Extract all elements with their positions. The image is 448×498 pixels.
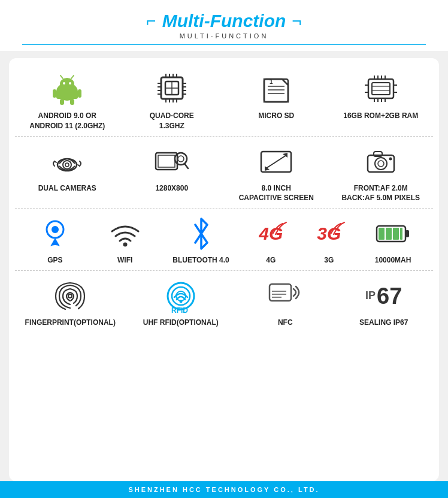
svg-rect-74 (405, 230, 409, 237)
svg-rect-1 (56, 90, 78, 99)
screen-icon (259, 144, 293, 180)
feature-ip67: IP 67 SEALING IP67 (342, 278, 426, 328)
microsd-label: MICRO SD (258, 111, 294, 121)
rfid-label: UHF RFID(OPTIONAL) (143, 318, 219, 328)
bluetooth-label: BLUETOOTH 4.0 (172, 255, 229, 265)
footer-text: SHENZHEN HCC TECHNOLOGY CO., LTD. (128, 486, 319, 493)
microsd-icon: 1 (262, 71, 290, 107)
svg-line-5 (60, 76, 63, 79)
page-title: Multi-Function (162, 11, 286, 31)
svg-rect-57 (158, 155, 175, 167)
svg-rect-10 (70, 99, 74, 105)
header-line (22, 44, 425, 45)
section-row-2: DUAL CAMERAS 1280X800 (15, 137, 433, 209)
svg-marker-32 (264, 79, 288, 102)
4g-label: 4G (266, 255, 276, 265)
feature-screen: 8.0 INCHCAPACITIVE SCREEN (228, 144, 324, 204)
svg-rect-7 (53, 89, 56, 98)
svg-rect-75 (379, 228, 385, 240)
svg-text:1: 1 (270, 79, 273, 85)
svg-line-60 (184, 164, 188, 168)
gps-label: GPS (47, 255, 62, 265)
svg-rect-77 (393, 228, 399, 240)
feature-android: ANDROID 9.0 ORANDROID 11 (2.0GHZ) (19, 71, 115, 131)
rfid-icon: RFID (162, 278, 199, 314)
svg-point-4 (69, 82, 71, 84)
header-title-row: ⌐ Multi-Function ¬ (146, 11, 301, 31)
feature-fingerprint: FINGERPRINT(OPTIONAL) (22, 278, 118, 328)
wifi-label: WIFI (117, 255, 132, 265)
feature-battery: 10000MAH (363, 216, 423, 265)
wifi-icon (109, 216, 141, 252)
battery-icon (376, 216, 410, 252)
svg-point-72 (123, 243, 127, 247)
svg-text:RFID: RFID (171, 306, 188, 314)
bracket-right-icon: ¬ (292, 11, 301, 31)
svg-point-66 (375, 158, 387, 170)
footer: SHENZHEN HCC TECHNOLOGY CO., LTD. (0, 481, 448, 498)
dualcam-label: DUAL CAMERAS (38, 183, 96, 194)
svg-point-3 (63, 82, 65, 84)
frontback-icon (364, 144, 398, 180)
feature-quadcore: QUAD-CORE1.3GHZ (124, 71, 220, 131)
3g-label: 3G (324, 255, 334, 265)
section-row-3: GPS WIFI (15, 209, 433, 271)
svg-rect-9 (60, 99, 64, 105)
feature-3g: 3G 3G (305, 216, 353, 265)
svg-point-67 (378, 161, 384, 167)
resolution-icon (153, 144, 190, 180)
svg-rect-76 (386, 228, 392, 240)
bracket-left-icon: ⌐ (146, 11, 156, 31)
feature-4g: 4G 4G (247, 216, 295, 265)
svg-point-84 (179, 300, 182, 303)
svg-line-6 (71, 76, 74, 79)
svg-rect-85 (270, 284, 291, 301)
header-sub-title: MULTI-FUNCTION (180, 32, 269, 40)
quadcore-icon (155, 71, 189, 107)
quadcore-label: QUAD-CORE1.3GHZ (150, 111, 194, 131)
feature-gps: GPS (25, 216, 85, 265)
nfc-label: NFC (278, 318, 293, 328)
svg-line-62 (266, 155, 286, 168)
rom-label: 16GB ROM+2GB RAM (343, 111, 418, 121)
svg-point-79 (68, 294, 72, 298)
svg-point-69 (389, 157, 392, 160)
page-wrapper: ⌐ Multi-Function ¬ MULTI-FUNCTION (0, 0, 448, 498)
3g-icon: 3G (317, 216, 341, 252)
android-icon (52, 71, 83, 107)
nfc-icon (267, 278, 303, 314)
feature-wifi: WIFI (95, 216, 155, 265)
feature-rom: 16GB ROM+2GB RAM (333, 71, 429, 121)
svg-rect-78 (400, 228, 402, 240)
gps-icon (42, 216, 68, 252)
feature-microsd: 1 MICRO SD (228, 71, 324, 121)
svg-rect-8 (78, 89, 81, 98)
feature-nfc: NFC (243, 278, 327, 328)
svg-point-54 (63, 161, 71, 169)
feature-dualcam: DUAL CAMERAS (19, 144, 115, 194)
fingerprint-icon (53, 278, 87, 314)
ip67-icon: IP 67 (365, 278, 402, 314)
section-row-4: FINGERPRINT(OPTIONAL) RFID (15, 271, 433, 330)
rom-icon (364, 71, 398, 107)
main-card: ANDROID 9.0 ORANDROID 11 (2.0GHZ) (9, 58, 439, 481)
svg-point-2 (60, 78, 74, 90)
svg-rect-38 (372, 83, 390, 95)
section-row-1: ANDROID 9.0 ORANDROID 11 (2.0GHZ) (15, 64, 433, 137)
feature-rfid: RFID UHF RFID(OPTIONAL) (133, 278, 229, 328)
android-label: ANDROID 9.0 ORANDROID 11 (2.0GHZ) (29, 111, 105, 131)
feature-resolution: 1280X800 (124, 144, 220, 194)
feature-bluetooth: BLUETOOTH 4.0 (165, 216, 237, 265)
svg-point-55 (65, 163, 69, 167)
feature-frontback: FRONT:AF 2.0MBACK:AF 5.0M PIXELS (333, 144, 429, 204)
frontback-label: FRONT:AF 2.0MBACK:AF 5.0M PIXELS (341, 183, 420, 204)
ip67-label: SEALING IP67 (359, 318, 408, 328)
svg-point-71 (52, 226, 59, 233)
header: ⌐ Multi-Function ¬ MULTI-FUNCTION (0, 0, 448, 51)
battery-label: 10000MAH (375, 255, 411, 265)
dualcam-icon (49, 144, 86, 180)
fingerprint-label: FINGERPRINT(OPTIONAL) (25, 318, 116, 328)
screen-label: 8.0 INCHCAPACITIVE SCREEN (239, 183, 314, 204)
bluetooth-icon (190, 216, 212, 252)
svg-point-59 (178, 156, 184, 162)
